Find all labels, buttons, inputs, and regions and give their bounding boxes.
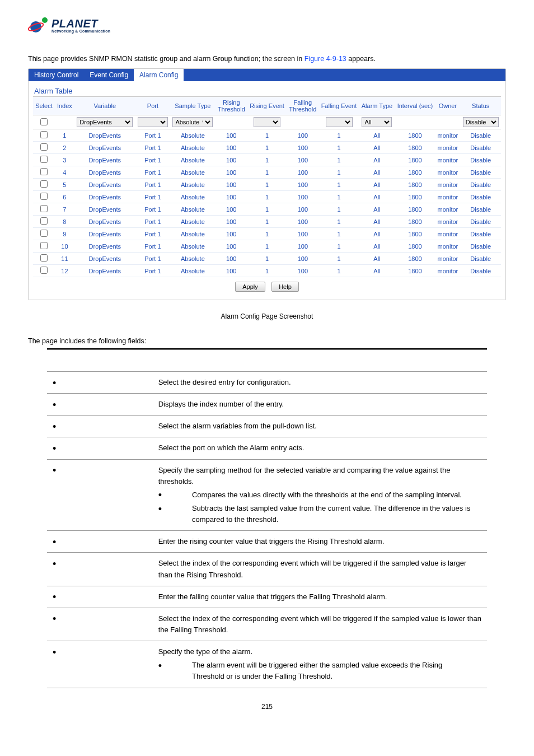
table-row: 12DropEventsPort 1Absolute10011001All180… (33, 265, 501, 277)
tab-history-control[interactable]: History Control (29, 69, 84, 81)
alarm-col: Index (55, 97, 74, 115)
table-row: 6DropEventsPort 1Absolute10011001All1800… (33, 191, 501, 203)
alarm-col: Rising Event (247, 97, 287, 115)
table-row: 2DropEventsPort 1Absolute10011001All1800… (33, 142, 501, 154)
filter-select[interactable]: DropEvents (77, 117, 133, 127)
logo: PLANET Networking & Communication (28, 16, 506, 35)
intro-text: This page provides SNMP RMON statistic g… (28, 55, 506, 63)
help-button[interactable]: Help (271, 282, 299, 292)
spec-row: • Falling ThresholdEnter the falling cou… (47, 586, 487, 608)
alarm-col: Variable (74, 97, 135, 115)
col-object (47, 349, 153, 372)
includes-heading: The page includes the following fields: (28, 337, 506, 345)
col-desc (153, 349, 487, 372)
alarm-col: Port (135, 97, 170, 115)
row-checkbox[interactable] (40, 168, 48, 175)
svg-point-2 (42, 17, 48, 23)
table-row: 9DropEventsPort 1Absolute10011001All1800… (33, 228, 501, 240)
filter-select[interactable]: Disable ▼ (463, 117, 499, 127)
alarm-col: Interval (sec) (395, 97, 435, 115)
row-checkbox[interactable] (40, 254, 48, 262)
spec-row: • Sample TypeSpecify the sampling method… (47, 459, 487, 531)
screenshot-caption: Alarm Config Page Screenshot (28, 312, 506, 320)
row-checkbox[interactable] (40, 156, 48, 163)
spec-row: • VariableSelect the alarm variables fro… (47, 416, 487, 437)
spec-row: • SelectSelect the desired entry for con… (47, 372, 487, 394)
alarm-col: Select (33, 97, 55, 115)
table-row: 8DropEventsPort 1Absolute10011001All1800… (33, 216, 501, 228)
alarm-col: Alarm Type (359, 97, 395, 115)
spec-row: • Rising EventSelect the index of the co… (47, 553, 487, 586)
alarm-col: RisingThreshold (216, 97, 247, 115)
alarm-col: FallingThreshold (287, 97, 318, 115)
table-row: 4DropEventsPort 1Absolute10011001All1800… (33, 166, 501, 179)
table-row: 11DropEventsPort 1Absolute10011001All180… (33, 253, 501, 265)
spec-row: • PortSelect the port on which the Alarm… (47, 437, 487, 459)
alarm-col: Sample Type (170, 97, 216, 115)
fields-spec-table: • SelectSelect the desired entry for con… (47, 348, 487, 688)
page-number: 215 (28, 703, 506, 711)
select-all-checkbox[interactable] (40, 118, 48, 125)
spec-row: • IndexDisplays the index number of the … (47, 394, 487, 416)
row-checkbox[interactable] (40, 230, 48, 237)
alarm-col: Status (460, 97, 501, 115)
logo-tagline: Networking & Communication (51, 29, 110, 33)
spec-row: • Falling EventSelect the index of the c… (47, 608, 487, 641)
apply-button[interactable]: Apply (235, 282, 265, 292)
tab-alarm-config[interactable]: Alarm Config (134, 69, 184, 81)
figure-ref: Figure 4-9-13 (305, 55, 346, 63)
row-checkbox[interactable] (40, 143, 48, 151)
filter-select[interactable] (254, 117, 280, 127)
filter-select[interactable]: Absolute ▼ (172, 117, 213, 127)
row-checkbox[interactable] (40, 242, 48, 249)
alarm-table: SelectIndexVariablePortSample TypeRising… (33, 96, 501, 277)
row-checkbox[interactable] (40, 193, 48, 200)
table-row: 10DropEventsPort 1Absolute10011001All180… (33, 240, 501, 253)
row-checkbox[interactable] (40, 205, 48, 212)
alarm-col: Owner (435, 97, 460, 115)
table-row: 7DropEventsPort 1Absolute10011001All1800… (33, 203, 501, 216)
screenshot-panel: History Control Event Config Alarm Confi… (28, 68, 506, 300)
row-checkbox[interactable] (40, 180, 48, 188)
table-row: 3DropEventsPort 1Absolute10011001All1800… (33, 154, 501, 166)
tab-event-config[interactable]: Event Config (84, 69, 134, 81)
alarm-table-title: Alarm Table (33, 87, 501, 95)
filter-select[interactable]: All (362, 117, 392, 127)
table-row: 1DropEventsPort 1Absolute10011001All1800… (33, 129, 501, 142)
row-checkbox[interactable] (40, 267, 48, 274)
table-row: 5DropEventsPort 1Absolute10011001All1800… (33, 179, 501, 191)
logo-brand: PLANET (51, 18, 110, 29)
planet-logo-icon (28, 16, 50, 35)
spec-row: • Rising ThresholdEnter the rising count… (47, 531, 487, 553)
row-checkbox[interactable] (40, 131, 48, 138)
filter-select[interactable] (138, 117, 168, 127)
spec-row: • Alarm TypeSpecify the type of the alar… (47, 641, 487, 688)
filter-select[interactable] (326, 117, 353, 127)
alarm-col: Falling Event (318, 97, 359, 115)
row-checkbox[interactable] (40, 217, 48, 225)
